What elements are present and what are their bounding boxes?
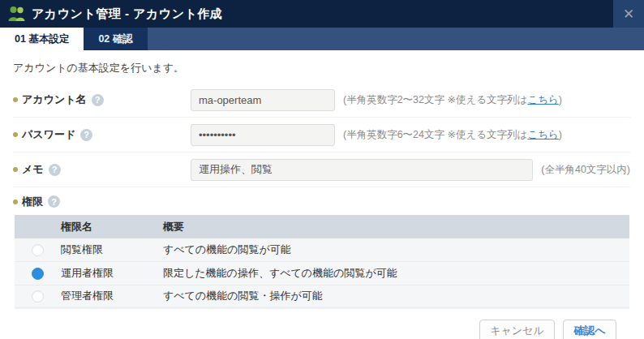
step-tabs: 01 基本設定 02 確認: [0, 28, 644, 50]
radio-button[interactable]: [32, 268, 44, 280]
help-icon[interactable]: [80, 129, 92, 141]
page-title: アカウント管理 - アカウント作成: [32, 6, 613, 22]
memo-input[interactable]: [191, 159, 533, 181]
bullet-icon: [13, 200, 18, 204]
radio-cell: [15, 268, 61, 280]
permission-name: 閲覧権限: [61, 242, 163, 257]
account-name-chars-link[interactable]: こちら: [527, 94, 558, 105]
bullet-icon: [13, 132, 18, 137]
account-name-hint: (半角英数字2〜32文字 ※使える文字列はこちら): [343, 93, 562, 107]
users-icon: [8, 6, 26, 22]
tab-confirm[interactable]: 02 確認: [84, 28, 147, 50]
permission-name-header: 権限名: [61, 220, 163, 234]
table-row-admin[interactable]: 管理者権限 すべての機能の閲覧・操作が可能: [15, 285, 629, 309]
help-icon[interactable]: [92, 94, 104, 106]
account-name-label-col: アカウント名: [13, 92, 191, 107]
tab-basic-settings[interactable]: 01 基本設定: [0, 28, 84, 50]
table-row-operator[interactable]: 運用者権限 限定した機能の操作、すべての機能の閲覧が可能: [15, 262, 629, 285]
account-name-label: アカウント名: [22, 92, 87, 107]
account-name-row: アカウント名 (半角英数字2〜32文字 ※使える文字列はこちら): [13, 83, 630, 118]
page-description: アカウントの基本設定を行います。: [13, 61, 630, 78]
summary-header: 概要: [163, 220, 629, 234]
password-row: パスワード (半角英数字6〜24文字 ※使える文字列はこちら): [13, 118, 630, 152]
cancel-button[interactable]: キャンセル: [479, 320, 555, 339]
permission-table-header: 権限名 概要: [15, 215, 629, 238]
help-icon[interactable]: [48, 195, 60, 208]
radio-cell: [15, 290, 61, 303]
permission-name: 管理者権限: [61, 289, 163, 303]
permission-label: 権限: [22, 195, 43, 209]
permission-summary: すべての機能の閲覧が可能: [163, 242, 629, 257]
radio-cell: [15, 244, 61, 256]
password-label: パスワード: [22, 127, 75, 142]
memo-hint: (全半角40文字以内): [541, 163, 630, 177]
confirm-button[interactable]: 確認へ: [563, 320, 616, 339]
bullet-icon: [13, 167, 18, 172]
password-hint: (半角英数字6〜24文字 ※使える文字列はこちら): [343, 128, 562, 142]
permission-label-row: 権限: [13, 191, 630, 212]
account-name-hint-suffix: ): [559, 94, 562, 105]
main-content: アカウントの基本設定を行います。 アカウント名 (半角英数字2〜32文字 ※使え…: [0, 50, 644, 339]
title-bar: アカウント管理 - アカウント作成 ✕: [0, 0, 644, 28]
password-hint-suffix: ): [559, 129, 562, 140]
close-icon[interactable]: ✕: [613, 0, 644, 28]
radio-button[interactable]: [32, 244, 44, 256]
permission-label-col: 権限: [13, 195, 191, 209]
radio-button[interactable]: [32, 290, 44, 303]
table-row-viewer[interactable]: 閲覧権限 すべての機能の閲覧が可能: [15, 238, 629, 262]
password-chars-link[interactable]: こちら: [527, 129, 558, 140]
account-name-hint-text: (半角英数字2〜32文字 ※使える文字列は: [343, 94, 527, 105]
permission-name: 運用者権限: [61, 266, 163, 281]
password-input[interactable]: [191, 124, 335, 146]
bullet-icon: [13, 97, 18, 102]
account-create-dialog: アカウント管理 - アカウント作成 ✕ 01 基本設定 02 確認 アカウントの…: [0, 0, 644, 339]
footer-actions: キャンセル 確認へ: [13, 309, 630, 339]
memo-label: メモ: [22, 162, 44, 177]
memo-label-col: メモ: [13, 162, 191, 177]
help-icon[interactable]: [49, 164, 61, 176]
permission-table: 権限名 概要 閲覧権限 すべての機能の閲覧が可能 運用者権限 限定した機能の操作…: [15, 215, 629, 309]
permission-summary: すべての機能の閲覧・操作が可能: [163, 289, 629, 303]
permission-summary: 限定した機能の操作、すべての機能の閲覧が可能: [163, 266, 629, 281]
memo-row: メモ (全半角40文字以内): [13, 152, 630, 187]
password-label-col: パスワード: [13, 127, 191, 142]
account-name-input[interactable]: [191, 89, 335, 111]
password-hint-text: (半角英数字6〜24文字 ※使える文字列は: [343, 129, 527, 140]
